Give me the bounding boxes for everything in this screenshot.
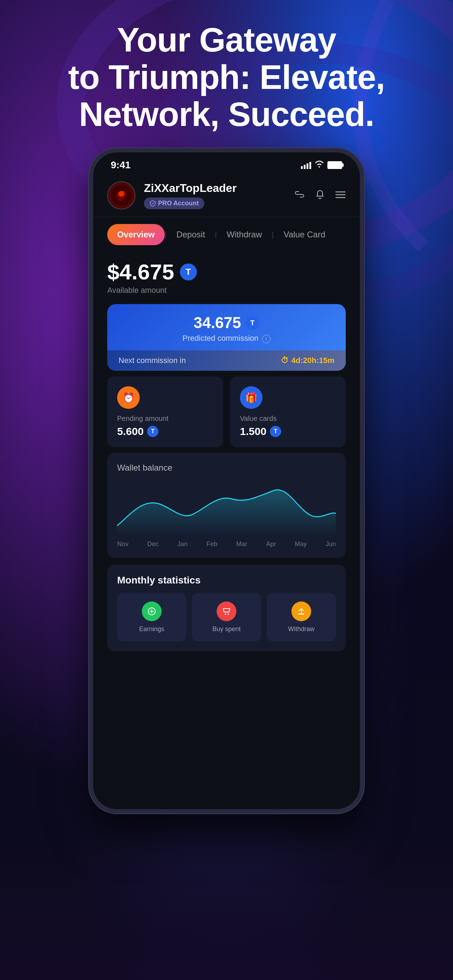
svg-point-3	[119, 191, 124, 196]
shield-icon	[149, 200, 156, 207]
wallet-chart-title: Wallet balance	[117, 463, 336, 473]
wallet-chart-svg	[117, 480, 336, 536]
pending-tether-icon: T	[147, 426, 158, 437]
status-icons	[301, 161, 342, 170]
signal-bar-4	[309, 162, 311, 169]
battery-icon	[327, 161, 342, 169]
user-info: ZiXXarTopLeader PRO Account	[144, 182, 294, 209]
chart-label-dec: Dec	[147, 541, 158, 548]
chart-label-mar: Mar	[236, 541, 247, 548]
commission-amount: 34.675 T	[121, 314, 332, 332]
app-header: ZiXXarTopLeader PRO Account	[93, 174, 360, 217]
username: ZiXXarTopLeader	[144, 182, 294, 195]
chart-label-jun: Jun	[326, 541, 336, 548]
chart-label-nov: Nov	[117, 541, 129, 548]
pending-icon: ⏰	[117, 386, 140, 409]
signal-bar-1	[301, 166, 303, 169]
commission-label: Predicted commission i	[121, 334, 332, 343]
signal-bar-3	[307, 163, 308, 169]
app-content: ZiXXarTopLeader PRO Account	[93, 174, 360, 809]
timer-value: ⏱ 4d:20h:15m	[281, 356, 334, 365]
svg-rect-12	[299, 614, 304, 614]
svg-point-10	[225, 614, 226, 615]
buy-spent-label: Buy spent	[199, 625, 254, 633]
earnings-label: Earnings	[124, 625, 179, 633]
stat-card-value-cards[interactable]: 🎁 Value cards 1.500 T	[230, 376, 346, 447]
buy-spent-icon	[217, 601, 236, 621]
status-time: 9:41	[111, 159, 130, 171]
chart-label-feb: Feb	[207, 541, 217, 548]
signal-bars-icon	[301, 161, 311, 169]
monthly-card-earnings[interactable]: Earnings	[117, 593, 186, 641]
link-icon[interactable]	[294, 189, 305, 202]
pending-label: Pending amount	[117, 415, 213, 423]
timer-label: Next commission in	[119, 356, 186, 365]
earnings-icon	[142, 601, 162, 621]
svg-point-11	[227, 614, 229, 615]
tab-divider-3: |	[272, 231, 274, 239]
chart-label-jan: Jan	[178, 541, 188, 548]
wallet-chart-card: Wallet balance Nov Dec	[107, 453, 346, 558]
commission-main: 34.675 T Predicted commission i	[107, 304, 346, 350]
signal-bar-2	[304, 165, 305, 169]
menu-icon[interactable]	[335, 189, 346, 201]
monthly-title: Monthly statistics	[117, 575, 336, 586]
tab-divider-2: |	[215, 231, 217, 239]
avatar	[107, 181, 135, 210]
phone-mockup: 9:41	[89, 148, 364, 813]
nav-tabs: Overview | Deposit | Withdraw | Value Ca…	[93, 217, 360, 252]
tether-icon-large: T	[180, 264, 197, 280]
monthly-cards: Earnings Buy spent	[117, 593, 336, 641]
monthly-card-buy-spent[interactable]: Buy spent	[192, 593, 261, 641]
stat-card-pending[interactable]: ⏰ Pending amount 5.600 T	[107, 376, 223, 447]
info-icon[interactable]: i	[262, 335, 270, 343]
value-cards-value: 1.500 T	[240, 425, 336, 438]
chart-labels: Nov Dec Jan Feb Mar Apr May Jun	[117, 541, 336, 548]
balance-amount: $4.675 T	[107, 259, 346, 284]
monthly-section: Monthly statistics Earnings	[107, 565, 346, 651]
balance-section: $4.675 T Available amount	[93, 252, 360, 298]
phone-frame: 9:41	[89, 148, 364, 813]
pro-badge: PRO Account	[144, 197, 204, 209]
hero-title: Your Gateway to Triumph: Elevate, Networ…	[0, 21, 453, 133]
withdraw-label: Withdraw	[274, 625, 329, 633]
bell-icon[interactable]	[315, 189, 325, 202]
tab-overview[interactable]: Overview	[107, 224, 165, 245]
phone-notch	[191, 153, 262, 164]
chart-label-apr: Apr	[266, 541, 276, 548]
commission-timer: Next commission in ⏱ 4d:20h:15m	[107, 350, 346, 371]
wifi-icon	[315, 161, 324, 170]
clock-icon: ⏱	[281, 356, 289, 365]
withdraw-icon	[291, 601, 311, 621]
tab-deposit[interactable]: Deposit	[167, 224, 215, 245]
gift-icon: 🎁	[240, 386, 262, 409]
monthly-card-withdraw[interactable]: Withdraw	[267, 593, 336, 641]
bottom-gradient	[0, 839, 453, 980]
value-cards-tether-icon: T	[270, 426, 281, 437]
tab-value-card[interactable]: Value Card	[274, 224, 335, 245]
chart-label-may: May	[295, 541, 307, 548]
commission-tether-icon: T	[245, 316, 259, 330]
header-actions	[294, 189, 346, 202]
balance-value: $4.675	[107, 259, 174, 284]
tab-withdraw[interactable]: Withdraw	[217, 224, 272, 245]
stats-row: ⏰ Pending amount 5.600 T 🎁 Value cards 1…	[107, 376, 346, 447]
pending-value: 5.600 T	[117, 425, 213, 438]
commission-card: 34.675 T Predicted commission i Next com…	[107, 304, 346, 371]
value-cards-label: Value cards	[240, 415, 336, 423]
balance-label: Available amount	[107, 286, 346, 295]
